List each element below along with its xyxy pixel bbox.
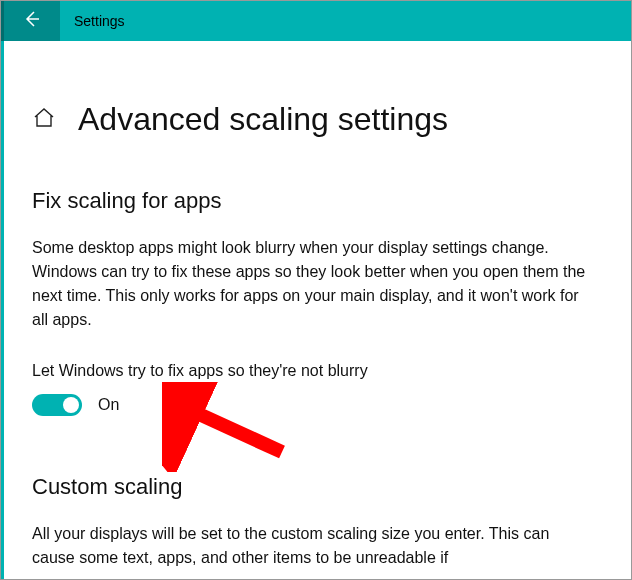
section-fix-scaling-heading: Fix scaling for apps <box>32 188 603 214</box>
toggle-row: On <box>32 394 603 416</box>
back-arrow-icon <box>22 9 42 33</box>
content-area: Advanced scaling settings Fix scaling fo… <box>1 41 631 579</box>
home-icon[interactable] <box>32 106 56 134</box>
toggle-fix-blurry[interactable] <box>32 394 82 416</box>
page-title: Advanced scaling settings <box>78 101 448 138</box>
section-fix-scaling-description: Some desktop apps might look blurry when… <box>32 236 592 332</box>
titlebar: Settings <box>1 1 631 41</box>
toggle-knob <box>63 397 79 413</box>
toggle-fix-blurry-state: On <box>98 396 119 414</box>
page-header: Advanced scaling settings <box>32 101 603 138</box>
svg-line-0 <box>177 404 282 452</box>
back-button[interactable] <box>4 1 60 41</box>
section-custom-scaling-heading: Custom scaling <box>32 474 603 500</box>
toggle-fix-blurry-label: Let Windows try to fix apps so they're n… <box>32 362 603 380</box>
annotation-arrow-icon <box>162 382 302 472</box>
section-custom-scaling-description: All your displays will be set to the cus… <box>32 522 592 570</box>
window-title: Settings <box>60 13 125 29</box>
